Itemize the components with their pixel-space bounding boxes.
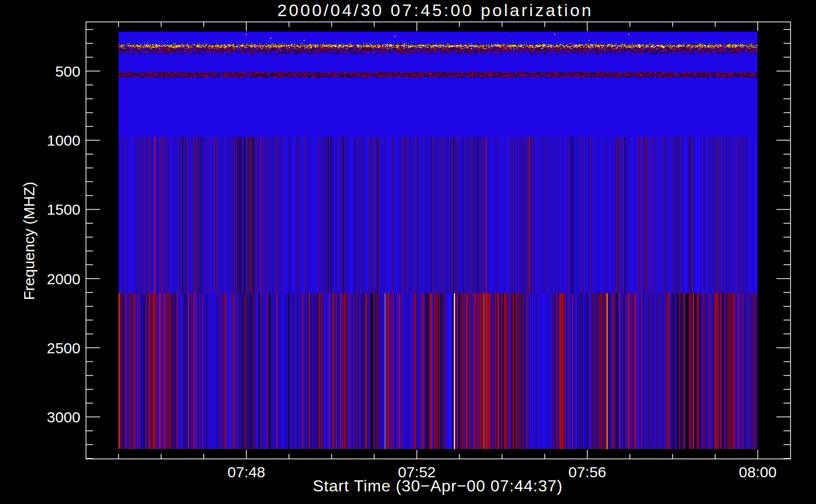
svg-text:07:48: 07:48 xyxy=(227,464,265,480)
svg-text:500: 500 xyxy=(55,63,80,80)
svg-text:3000: 3000 xyxy=(47,409,81,425)
svg-text:2500: 2500 xyxy=(47,340,81,356)
svg-text:2000/04/30 07:45:00 polarizati: 2000/04/30 07:45:00 polarization xyxy=(277,1,594,20)
svg-text:1500: 1500 xyxy=(47,201,81,218)
svg-text:Frequency (MHZ): Frequency (MHZ) xyxy=(21,181,37,300)
svg-text:2000: 2000 xyxy=(47,271,81,287)
svg-text:08:00: 08:00 xyxy=(739,464,777,480)
svg-text:07:56: 07:56 xyxy=(568,464,606,480)
svg-text:Start Time (30−Apr−00 07:44:37: Start Time (30−Apr−00 07:44:37) xyxy=(313,477,563,495)
svg-text:1000: 1000 xyxy=(47,132,81,149)
